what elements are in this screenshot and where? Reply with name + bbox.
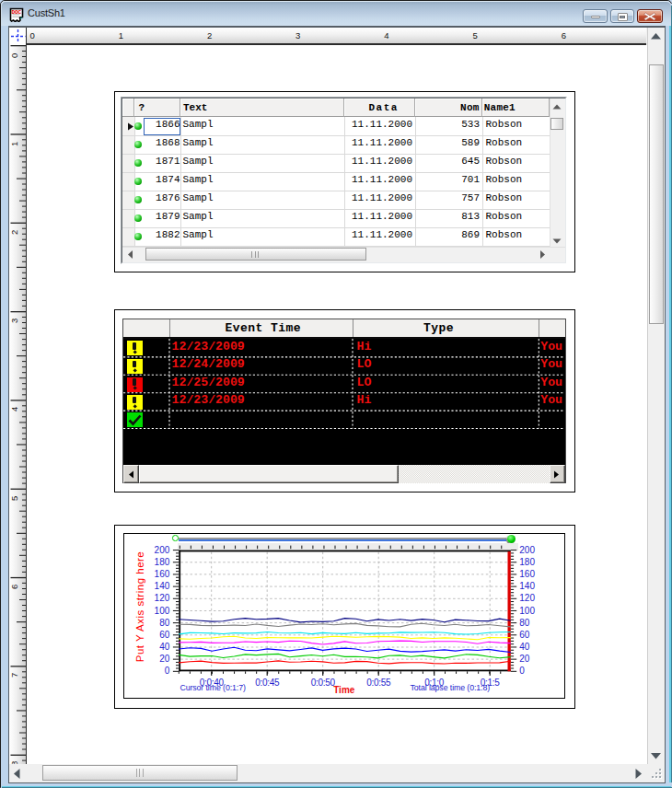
- svg-text:DOC: DOC: [12, 9, 22, 16]
